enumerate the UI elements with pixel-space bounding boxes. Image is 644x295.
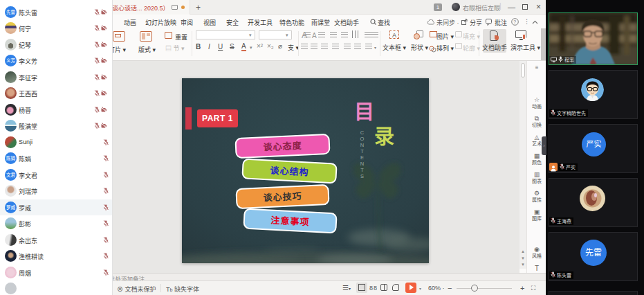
svg-text:?: ? (513, 19, 516, 24)
